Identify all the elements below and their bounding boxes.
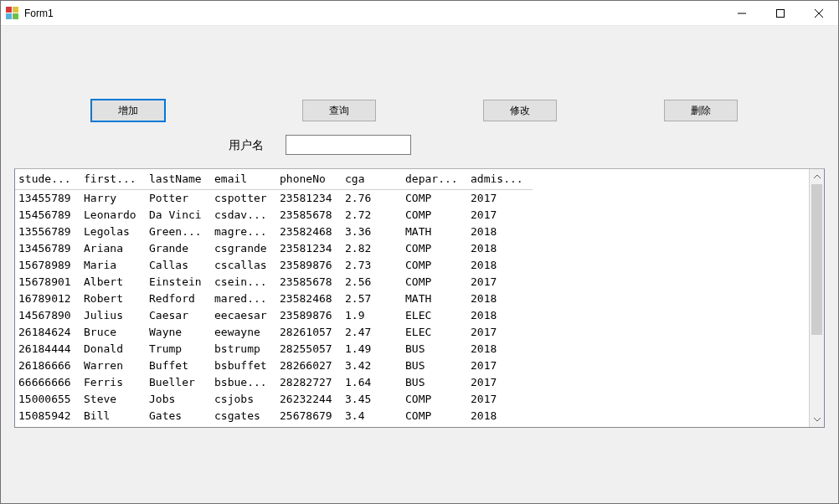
cell-dept[interactable]: MATH — [402, 223, 467, 239]
cell-admis[interactable]: 2018 — [467, 239, 533, 256]
cell-phone[interactable]: 23585678 — [276, 206, 342, 223]
cell-dept[interactable]: ELEC — [402, 323, 467, 340]
cell-email[interactable]: csjobs — [211, 390, 276, 407]
cell-last[interactable]: Einstein — [146, 273, 211, 290]
table-row[interactable]: 13455789HarryPottercspotter235812342.76C… — [15, 189, 533, 206]
cell-admis[interactable]: 2018 — [467, 340, 533, 357]
col-header-first[interactable]: first... — [80, 169, 146, 189]
table-row[interactable]: 26184624BruceWayneeewayne282610572.47ELE… — [15, 323, 533, 340]
cell-first[interactable]: Julius — [80, 306, 146, 323]
modify-button[interactable]: 修改 — [483, 100, 557, 121]
cell-dept[interactable]: ELEC — [402, 306, 467, 323]
col-header-student[interactable]: stude... — [15, 169, 80, 189]
cell-admis[interactable]: 2018 — [467, 223, 533, 239]
cell-studentId[interactable]: 15678901 — [15, 273, 80, 290]
cell-first[interactable]: Donald — [80, 340, 146, 357]
cell-phone[interactable]: 23589876 — [276, 256, 342, 273]
cell-admis[interactable]: 2017 — [467, 323, 533, 340]
scroll-thumb[interactable] — [811, 184, 822, 335]
cell-cga[interactable]: 3.36 — [342, 223, 402, 239]
username-input[interactable] — [286, 135, 411, 155]
cell-phone[interactable]: 23589876 — [276, 306, 342, 323]
cell-last[interactable]: Potter — [146, 189, 211, 206]
cell-email[interactable]: bsbuffet — [211, 357, 276, 373]
cell-first[interactable]: Maria — [80, 256, 146, 273]
close-button[interactable] — [800, 1, 838, 26]
cell-cga[interactable]: 1.49 — [342, 340, 402, 357]
cell-first[interactable]: Robert — [80, 290, 146, 306]
cell-last[interactable]: Trump — [146, 340, 211, 357]
cell-studentId[interactable]: 15085942 — [15, 407, 80, 424]
maximize-button[interactable] — [761, 1, 800, 26]
cell-email[interactable]: magre... — [211, 223, 276, 239]
cell-phone[interactable]: 28282727 — [276, 373, 342, 390]
cell-email[interactable]: csein... — [211, 273, 276, 290]
cell-first[interactable]: Warren — [80, 357, 146, 373]
cell-last[interactable]: Caesar — [146, 306, 211, 323]
cell-first[interactable]: Ferris — [80, 373, 146, 390]
cell-admis[interactable]: 2017 — [467, 373, 533, 390]
cell-phone[interactable]: 26232244 — [276, 390, 342, 407]
cell-admis[interactable]: 2017 — [467, 189, 533, 206]
table-row[interactable]: 66666666FerrisBuellerbsbue...282827271.6… — [15, 373, 533, 390]
cell-last[interactable]: Wayne — [146, 323, 211, 340]
cell-cga[interactable]: 3.45 — [342, 390, 402, 407]
cell-studentId[interactable]: 13556789 — [15, 223, 80, 239]
table-row[interactable]: 13456789ArianaGrandecsgrande235812342.82… — [15, 239, 533, 256]
cell-admis[interactable]: 2018 — [467, 407, 533, 424]
cell-studentId[interactable]: 15000655 — [15, 390, 80, 407]
cell-last[interactable]: Grande — [146, 239, 211, 256]
cell-email[interactable]: cscallas — [211, 256, 276, 273]
cell-first[interactable]: Legolas — [80, 223, 146, 239]
cell-email[interactable]: eecaesar — [211, 306, 276, 323]
table-row[interactable]: 16789012RobertRedfordmared...235824682.5… — [15, 290, 533, 306]
col-header-cga[interactable]: cga — [342, 169, 402, 189]
data-grid[interactable]: stude... first... lastName email phoneNo… — [14, 168, 825, 428]
cell-first[interactable]: Ariana — [80, 239, 146, 256]
cell-phone[interactable]: 23582468 — [276, 290, 342, 306]
col-header-phone[interactable]: phoneNo — [276, 169, 342, 189]
cell-dept[interactable]: COMP — [402, 273, 467, 290]
table-row[interactable]: 26186666WarrenBuffetbsbuffet282660273.42… — [15, 357, 533, 373]
table-row[interactable]: 15085942BillGatescsgates256786793.4COMP2… — [15, 407, 533, 424]
table-row[interactable]: 15000655SteveJobscsjobs262322443.45COMP2… — [15, 390, 533, 407]
col-header-dept[interactable]: depar... — [402, 169, 467, 189]
cell-dept[interactable]: BUS — [402, 357, 467, 373]
cell-studentId[interactable]: 14567890 — [15, 306, 80, 323]
cell-dept[interactable]: MATH — [402, 290, 467, 306]
minimize-button[interactable] — [723, 1, 761, 26]
cell-studentId[interactable]: 16789012 — [15, 290, 80, 306]
cell-studentId[interactable]: 66666666 — [15, 373, 80, 390]
table-row[interactable]: 15456789LeonardoDa Vincicsdav...23585678… — [15, 206, 533, 223]
cell-email[interactable]: csgrande — [211, 239, 276, 256]
cell-admis[interactable]: 2017 — [467, 273, 533, 290]
cell-dept[interactable]: COMP — [402, 407, 467, 424]
cell-studentId[interactable]: 15456789 — [15, 206, 80, 223]
cell-first[interactable]: Leonardo — [80, 206, 146, 223]
col-header-admis[interactable]: admis... — [467, 169, 533, 189]
cell-last[interactable]: Bueller — [146, 373, 211, 390]
col-header-email[interactable]: email — [211, 169, 276, 189]
cell-last[interactable]: Buffet — [146, 357, 211, 373]
cell-first[interactable]: Bruce — [80, 323, 146, 340]
cell-cga[interactable]: 2.76 — [342, 189, 402, 206]
col-header-last[interactable]: lastName — [146, 169, 211, 189]
cell-last[interactable]: Redford — [146, 290, 211, 306]
cell-admis[interactable]: 2017 — [467, 390, 533, 407]
cell-dept[interactable]: BUS — [402, 373, 467, 390]
scroll-track[interactable] — [810, 184, 824, 412]
cell-admis[interactable]: 2018 — [467, 256, 533, 273]
cell-cga[interactable]: 3.4 — [342, 407, 402, 424]
cell-dept[interactable]: COMP — [402, 189, 467, 206]
cell-phone[interactable]: 23585678 — [276, 273, 342, 290]
cell-studentId[interactable]: 15678989 — [15, 256, 80, 273]
table-row[interactable]: 26184444DonaldTrumpbstrump282550571.49BU… — [15, 340, 533, 357]
cell-studentId[interactable]: 13456789 — [15, 239, 80, 256]
cell-dept[interactable]: COMP — [402, 256, 467, 273]
cell-studentId[interactable]: 26184624 — [15, 323, 80, 340]
table-row[interactable]: 14567890JuliusCaesareecaesar235898761.9E… — [15, 306, 533, 323]
cell-studentId[interactable]: 26184444 — [15, 340, 80, 357]
cell-cga[interactable]: 2.73 — [342, 256, 402, 273]
scroll-down-arrow[interactable] — [810, 412, 825, 427]
cell-admis[interactable]: 2018 — [467, 306, 533, 323]
